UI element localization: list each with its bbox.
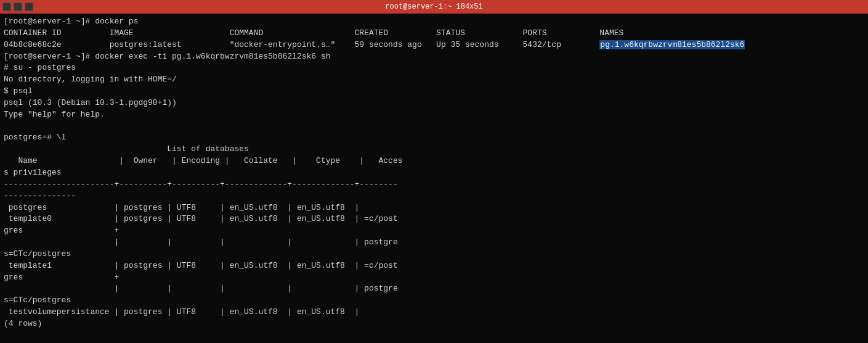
terminal-line: (4 rows)	[4, 318, 864, 330]
terminal-line: postgres=# \l	[4, 132, 864, 144]
terminal-line: CONTAINER ID IMAGE COMMAND CREATED STATU…	[4, 28, 864, 39]
title-bar: root@server-1:~ 184x51	[0, 0, 868, 14]
maximize-button[interactable]	[25, 2, 33, 11]
terminal-line: | | | | | postgre	[4, 237, 864, 249]
terminal-line	[4, 121, 864, 133]
terminal-line: ---------------	[4, 191, 864, 202]
terminal-line: postgres | postgres | UTF8 | en_US.utf8 …	[4, 202, 864, 214]
terminal-line: gres +	[4, 225, 864, 237]
terminal-line: $ psql	[4, 86, 864, 97]
terminal-line: [root@server-1 ~]# docker exec -ti pg.1.…	[4, 51, 864, 63]
terminal-line: template1 | postgres | UTF8 | en_US.utf8…	[4, 260, 864, 272]
minimize-button[interactable]	[14, 2, 22, 11]
terminal-line: template0 | postgres | UTF8 | en_US.utf8…	[4, 213, 864, 225]
terminal-line: No directory, logging in with HOME=/	[4, 74, 864, 86]
terminal-line	[4, 330, 864, 342]
container-name-highlight: pg.1.w6kqrbwzrvm81es5b862l2sk6	[599, 40, 745, 49]
window-title: root@server-1:~ 184x51	[385, 2, 482, 11]
title-bar-controls	[2, 2, 33, 11]
terminal-line: psql (10.3 (Debian 10.3-1.pgdg90+1))	[4, 97, 864, 109]
terminal-line: s=CTc/postgres	[4, 249, 864, 260]
terminal-line: | | | | | postgre	[4, 283, 864, 295]
terminal-line: gres +	[4, 272, 864, 284]
terminal-line: s privileges	[4, 167, 864, 179]
terminal-line: Name | Owner | Encoding | Collate | Ctyp…	[4, 155, 864, 167]
terminal-line: -----------------------+----------+-----…	[4, 179, 864, 191]
close-button[interactable]	[2, 2, 11, 11]
terminal-line: List of databases	[4, 144, 864, 155]
terminal[interactable]: [root@server-1 ~]# docker ps CONTAINER I…	[0, 14, 868, 343]
terminal-line: [root@server-1 ~]# docker ps	[4, 16, 864, 28]
terminal-line: 04b8c8e68c2e postgres:latest "docker-ent…	[4, 39, 864, 51]
terminal-line: Type "help" for help.	[4, 109, 864, 121]
terminal-line: s=CTc/postgres	[4, 295, 864, 307]
terminal-line: testvolumepersistance | postgres | UTF8 …	[4, 307, 864, 318]
terminal-line: # su - postgres	[4, 62, 864, 74]
